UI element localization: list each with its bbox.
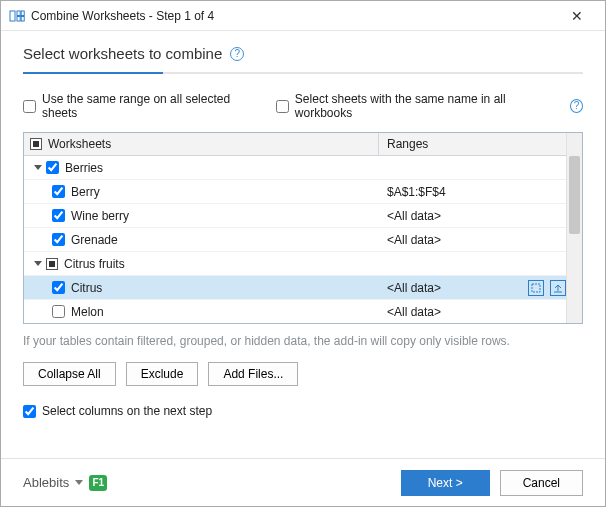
sheet-label: Wine berry	[71, 209, 129, 223]
svg-rect-4	[21, 16, 24, 21]
group-row[interactable]: Citrus fruits	[24, 252, 566, 276]
sheet-checkbox[interactable]	[52, 233, 65, 246]
sheet-label: Melon	[71, 305, 104, 319]
step-progress	[23, 72, 583, 74]
sheet-row[interactable]: Melon <All data>	[24, 300, 566, 323]
expand-range-icon[interactable]	[550, 280, 566, 296]
range-value: <All data>	[387, 209, 441, 223]
tristate-icon[interactable]	[46, 258, 58, 270]
sheet-row[interactable]: Berry $A$1:$F$4	[24, 180, 566, 204]
range-value: $A$1:$F$4	[387, 185, 446, 199]
sheet-checkbox[interactable]	[52, 305, 65, 318]
sheet-row[interactable]: Wine berry <All data>	[24, 204, 566, 228]
collapse-all-button[interactable]: Collapse All	[23, 362, 116, 386]
select-columns-checkbox[interactable]	[23, 405, 36, 418]
col-worksheets-label: Worksheets	[48, 137, 111, 151]
app-icon	[9, 8, 25, 24]
group-row[interactable]: Berries	[24, 156, 566, 180]
table-header: Worksheets Ranges	[24, 133, 566, 156]
page-heading: Select worksheets to combine	[23, 45, 222, 62]
table-body: Worksheets Ranges Berries	[24, 133, 566, 323]
action-buttons: Collapse All Exclude Add Files...	[23, 362, 583, 386]
sheet-checkbox[interactable]	[52, 185, 65, 198]
select-columns-label: Select columns on the next step	[42, 404, 212, 418]
svg-rect-0	[10, 11, 15, 21]
select-columns-option[interactable]: Select columns on the next step	[23, 404, 583, 418]
range-value: <All data>	[387, 233, 441, 247]
same-range-label: Use the same range on all selected sheet…	[42, 92, 250, 120]
sheet-row[interactable]: Grenade <All data>	[24, 228, 566, 252]
chevron-down-icon[interactable]	[34, 261, 42, 266]
worksheets-table: Worksheets Ranges Berries	[23, 132, 583, 324]
same-range-checkbox[interactable]	[23, 100, 36, 113]
content-area: Select worksheets to combine ? Use the s…	[1, 31, 605, 458]
close-button[interactable]: ✕	[557, 8, 597, 24]
titlebar: Combine Worksheets - Step 1 of 4 ✕	[1, 1, 605, 31]
footer: Ablebits F1 Next > Cancel	[1, 458, 605, 506]
chevron-down-icon	[75, 480, 83, 485]
col-worksheets[interactable]: Worksheets	[24, 133, 379, 155]
svg-rect-5	[532, 284, 540, 292]
sheet-label: Grenade	[71, 233, 118, 247]
table-rows: Berries Berry $A$1:$F$4	[24, 156, 566, 323]
group-checkbox[interactable]	[46, 161, 59, 174]
svg-rect-2	[17, 16, 20, 21]
sheet-label: Berry	[71, 185, 100, 199]
options-row: Use the same range on all selected sheet…	[23, 92, 583, 120]
brand-label: Ablebits	[23, 475, 69, 490]
heading-row: Select worksheets to combine ?	[23, 45, 583, 62]
option-same-name[interactable]: Select sheets with the same name in all …	[276, 92, 544, 120]
cancel-button[interactable]: Cancel	[500, 470, 583, 496]
hint-text: If your tables contain filtered, grouped…	[23, 334, 583, 348]
col-ranges[interactable]: Ranges	[379, 133, 566, 155]
sheet-checkbox[interactable]	[52, 209, 65, 222]
help-icon[interactable]: ?	[230, 47, 244, 61]
add-files-button[interactable]: Add Files...	[208, 362, 298, 386]
svg-rect-3	[21, 11, 24, 16]
col-ranges-label: Ranges	[387, 137, 428, 151]
select-range-icon[interactable]	[528, 280, 544, 296]
dialog-window: Combine Worksheets - Step 1 of 4 ✕ Selec…	[0, 0, 606, 507]
next-button[interactable]: Next >	[401, 470, 490, 496]
f1-help-icon[interactable]: F1	[89, 475, 107, 491]
svg-rect-1	[17, 11, 20, 16]
brand-menu[interactable]: Ablebits F1	[23, 475, 107, 491]
same-name-label: Select sheets with the same name in all …	[295, 92, 544, 120]
tristate-all-icon[interactable]	[30, 138, 42, 150]
sheet-checkbox[interactable]	[52, 281, 65, 294]
range-value: <All data>	[387, 281, 441, 295]
group-label: Citrus fruits	[64, 257, 125, 271]
scrollbar-thumb[interactable]	[569, 156, 580, 234]
sheet-label: Citrus	[71, 281, 102, 295]
help-icon[interactable]: ?	[570, 99, 583, 113]
same-name-checkbox[interactable]	[276, 100, 289, 113]
window-title: Combine Worksheets - Step 1 of 4	[31, 9, 557, 23]
range-value: <All data>	[387, 305, 441, 319]
exclude-button[interactable]: Exclude	[126, 362, 199, 386]
group-label: Berries	[65, 161, 103, 175]
sheet-row[interactable]: Citrus <All data>	[24, 276, 566, 300]
vertical-scrollbar[interactable]	[566, 133, 582, 323]
chevron-down-icon[interactable]	[34, 165, 42, 170]
option-same-range[interactable]: Use the same range on all selected sheet…	[23, 92, 250, 120]
